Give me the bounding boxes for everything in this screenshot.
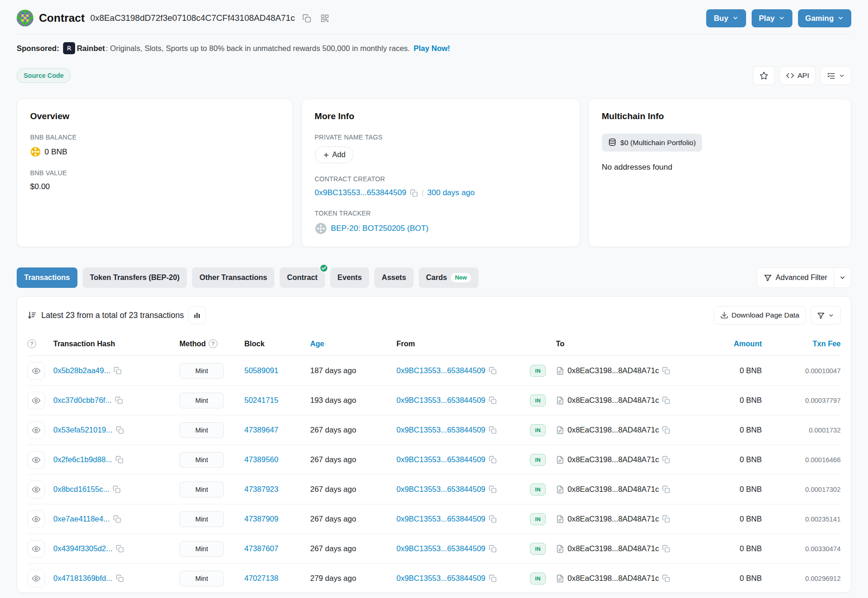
- from-address-link[interactable]: 0x9BC13553...653844509: [396, 485, 485, 494]
- qr-code-button[interactable]: [319, 12, 331, 25]
- method-badge[interactable]: Mint: [179, 452, 224, 468]
- advanced-filter-button[interactable]: Advanced Filter: [757, 267, 851, 288]
- from-address-link[interactable]: 0x9BC13553...653844509: [396, 366, 485, 375]
- block-link[interactable]: 47387909: [244, 515, 278, 523]
- multichain-portfolio-button[interactable]: $0 (Multichain Portfolio): [602, 134, 702, 152]
- block-link[interactable]: 47027138: [244, 574, 278, 583]
- tx-preview-button[interactable]: [27, 451, 45, 469]
- copy-icon[interactable]: [115, 396, 123, 404]
- method-badge[interactable]: Mint: [179, 393, 224, 408]
- tx-preview-button[interactable]: [27, 481, 45, 498]
- download-page-data-button[interactable]: Download Page Data: [714, 306, 806, 324]
- copy-icon[interactable]: [489, 545, 497, 553]
- copy-icon[interactable]: [489, 456, 497, 464]
- copy-icon[interactable]: [115, 456, 123, 464]
- copy-icon[interactable]: [662, 456, 670, 464]
- tx-preview-button[interactable]: [27, 362, 45, 380]
- tx-preview-button[interactable]: [27, 570, 45, 587]
- block-link[interactable]: 50589091: [244, 366, 278, 375]
- copy-address-button[interactable]: [300, 12, 313, 25]
- from-address-link[interactable]: 0x9BC13553...653844509: [396, 426, 485, 434]
- from-address-link[interactable]: 0x9BC13553...653844509: [396, 455, 485, 464]
- from-address-link[interactable]: 0x9BC13553...653844509: [396, 396, 485, 405]
- api-button[interactable]: API: [779, 66, 816, 85]
- tab-token-transfers[interactable]: Token Transfers (BEP-20): [83, 267, 187, 288]
- favorite-button[interactable]: [753, 66, 775, 85]
- method-badge[interactable]: Mint: [179, 571, 224, 586]
- block-link[interactable]: 47387923: [244, 485, 278, 494]
- tab-cards[interactable]: Cards New: [419, 267, 479, 288]
- tx-preview-button[interactable]: [27, 392, 45, 409]
- tx-hash-link[interactable]: 0x2fe6c1b9d88...: [53, 455, 112, 464]
- advanced-filter-chevron[interactable]: [834, 268, 851, 287]
- tab-contract[interactable]: Contract: [280, 267, 325, 288]
- tx-hash-link[interactable]: 0xc37d0cbb76f...: [53, 396, 112, 405]
- tx-hash-link[interactable]: 0x8bcd16155c...: [53, 485, 109, 494]
- copy-icon[interactable]: [114, 367, 121, 375]
- tx-hash-link[interactable]: 0xe7ae4118e4...: [53, 515, 110, 523]
- tx-hash-link[interactable]: 0x4394f3305d2...: [53, 544, 113, 553]
- copy-icon[interactable]: [113, 485, 121, 493]
- copy-icon[interactable]: [116, 426, 124, 434]
- tab-events[interactable]: Events: [330, 267, 369, 288]
- copy-icon[interactable]: [489, 367, 497, 375]
- contract-file-icon: [556, 574, 564, 583]
- col-age-sort-link[interactable]: Age: [310, 340, 324, 348]
- copy-icon[interactable]: [662, 574, 670, 582]
- source-code-badge[interactable]: Source Code: [17, 68, 70, 83]
- copy-icon[interactable]: [662, 426, 670, 434]
- copy-icon[interactable]: [489, 396, 497, 404]
- from-address-link[interactable]: 0x9BC13553...653844509: [396, 515, 485, 523]
- tab-other-transactions[interactable]: Other Transactions: [192, 267, 274, 288]
- token-tracker-link[interactable]: BEP-20: BOT250205 (BOT): [331, 224, 429, 233]
- play-now-link[interactable]: Play Now!: [414, 44, 450, 53]
- copy-icon[interactable]: [662, 367, 670, 375]
- from-address-link[interactable]: 0x9BC13553...653844509: [396, 574, 485, 583]
- tx-preview-button[interactable]: [27, 421, 45, 439]
- buy-button[interactable]: Buy: [706, 9, 746, 27]
- add-name-tag-button[interactable]: Add: [315, 146, 353, 163]
- method-badge[interactable]: Mint: [179, 422, 224, 438]
- method-help-icon[interactable]: ?: [209, 339, 217, 348]
- from-address-link[interactable]: 0x9BC13553...653844509: [396, 544, 485, 553]
- copy-icon[interactable]: [116, 574, 124, 582]
- copy-icon[interactable]: [662, 485, 670, 493]
- copy-icon[interactable]: [489, 574, 497, 582]
- tx-preview-button[interactable]: [27, 510, 45, 528]
- tx-hash-link[interactable]: 0x47181369bfd...: [53, 574, 113, 583]
- copy-icon[interactable]: [662, 396, 670, 404]
- creator-address-link[interactable]: 0x9BC13553...653844509: [315, 188, 407, 197]
- chart-view-button[interactable]: [188, 306, 206, 324]
- copy-icon[interactable]: [113, 515, 121, 523]
- tx-preview-button[interactable]: [27, 540, 45, 558]
- gaming-button[interactable]: Gaming: [798, 9, 851, 27]
- view-preferences-button[interactable]: [820, 66, 851, 85]
- bnb-value-label: BNB VALUE: [30, 169, 280, 177]
- table-filter-button[interactable]: [811, 306, 841, 324]
- method-badge[interactable]: Mint: [179, 511, 224, 527]
- block-link[interactable]: 50241715: [244, 396, 278, 405]
- coins-icon: [608, 138, 617, 147]
- copy-icon[interactable]: [662, 545, 670, 553]
- copy-icon[interactable]: [662, 515, 670, 523]
- method-badge[interactable]: Mint: [179, 363, 224, 379]
- method-badge[interactable]: Mint: [179, 482, 224, 497]
- play-button[interactable]: Play: [752, 9, 792, 27]
- copy-icon[interactable]: [489, 426, 497, 434]
- tab-transactions[interactable]: Transactions: [17, 267, 77, 288]
- tx-hash-link[interactable]: 0x5b28b2aa49...: [53, 366, 110, 375]
- copy-icon[interactable]: [489, 515, 497, 523]
- block-link[interactable]: 47389560: [244, 455, 278, 464]
- copy-icon[interactable]: [410, 189, 418, 197]
- block-link[interactable]: 47387607: [244, 544, 278, 553]
- tx-hash-link[interactable]: 0x53efa521019...: [53, 426, 113, 434]
- method-badge[interactable]: Mint: [179, 541, 224, 557]
- tab-assets[interactable]: Assets: [374, 267, 413, 288]
- col-amount-sort-link[interactable]: Amount: [734, 340, 762, 348]
- copy-icon[interactable]: [116, 545, 124, 553]
- block-link[interactable]: 47389647: [244, 426, 278, 434]
- creation-age-link[interactable]: 300 days ago: [428, 188, 475, 197]
- help-icon[interactable]: ?: [27, 339, 36, 348]
- col-txn-fee-sort-link[interactable]: Txn Fee: [813, 340, 841, 348]
- copy-icon[interactable]: [489, 485, 497, 493]
